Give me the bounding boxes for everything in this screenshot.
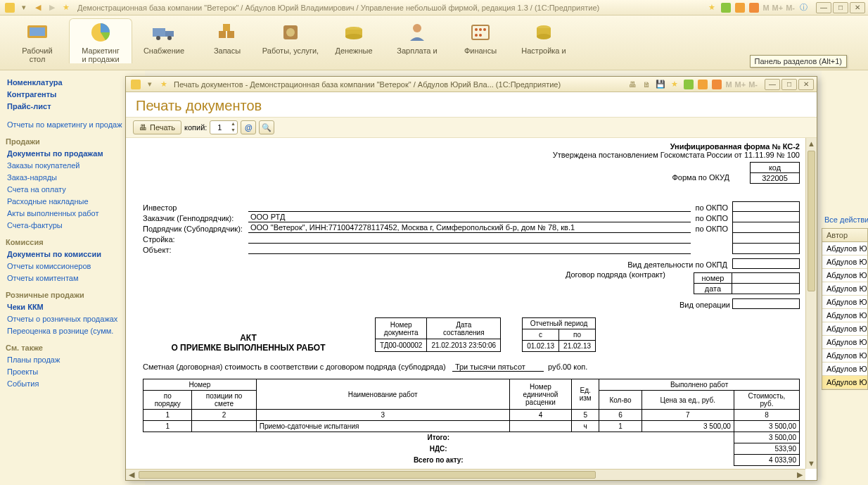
app-icon (4, 2, 15, 13)
section-salary[interactable]: Зарплата и (385, 18, 449, 55)
m-minus-icon[interactable]: M- (786, 4, 795, 12)
nav-sales-docs[interactable]: Документы по продажам (4, 148, 141, 159)
m-plus-icon[interactable]: M+ (735, 80, 746, 89)
info-icon[interactable]: ⓘ (798, 2, 809, 13)
nav-projects[interactable]: Проекты (4, 366, 141, 377)
m-icon[interactable]: M (725, 80, 732, 89)
child-minimize-button[interactable]: — (765, 79, 780, 90)
m-minus-icon[interactable]: M- (748, 80, 758, 89)
section-supply[interactable]: Снабжение (132, 18, 196, 55)
copies-input[interactable] (210, 122, 229, 132)
scroll-down-icon[interactable]: ▼ (806, 458, 817, 469)
nav-outgoing[interactable]: Расходные накладные (4, 196, 141, 207)
nav-kkm[interactable]: Чеки ККМ (4, 301, 141, 313)
section-label: Финансы (449, 46, 512, 55)
history-icon[interactable] (720, 2, 732, 13)
m-icon[interactable]: M (762, 4, 769, 12)
nav-acts[interactable]: Акты выполненных работ (4, 208, 141, 219)
email-button[interactable]: @ (241, 120, 256, 134)
all-actions-link[interactable]: Все действия (822, 211, 868, 228)
nav-nomenclature[interactable]: Номенклатура (4, 77, 141, 88)
copies-spinner[interactable]: ▲▼ (210, 120, 238, 134)
preview-icon[interactable]: 🗎 (641, 79, 652, 90)
investor-value (248, 202, 691, 212)
main-title: Демонстрационная база компании "Ветерок"… (77, 4, 599, 12)
search-button[interactable]: 🔍 (259, 120, 274, 134)
list-item[interactable]: Абдулов Юр (822, 242, 867, 256)
history-icon[interactable] (683, 79, 694, 90)
document-preview[interactable]: Унифицированная форма № КС-2 Утверждена … (126, 138, 817, 480)
calendar-icon[interactable] (748, 2, 760, 13)
list-item[interactable]: Абдулов Юр (822, 269, 867, 282)
dropdown-icon[interactable]: ▾ (144, 79, 155, 90)
nav-invoices[interactable]: Счета на оплату (4, 184, 141, 195)
section-money[interactable]: Денежные (322, 18, 385, 55)
scroll-thumb[interactable] (808, 151, 815, 291)
calc-icon[interactable] (734, 2, 746, 13)
nav-pricelist[interactable]: Прайс-лист (4, 101, 141, 112)
scroll-right-icon[interactable]: ▶ (794, 470, 805, 480)
svg-rect-9 (223, 24, 230, 31)
calendar-icon[interactable] (711, 79, 722, 90)
nav-sales-plans[interactable]: Планы продаж (4, 354, 141, 365)
nav-commissioner-reports[interactable]: Отчеты комиссионеров (4, 260, 141, 272)
close-button[interactable]: ✕ (850, 2, 865, 13)
section-stock[interactable]: Запасы (196, 18, 259, 55)
list-item[interactable]: Абдулов Юр (822, 376, 867, 389)
nav-work-orders[interactable]: Заказ-наряды (4, 172, 141, 183)
author-header[interactable]: Автор (822, 229, 867, 242)
nav-retail-reports[interactable]: Отчеты о розничных продажах (4, 313, 141, 325)
nav-reprice[interactable]: Переоценка в рознице (сумм. (4, 325, 141, 336)
minimize-button[interactable]: — (816, 2, 831, 13)
star-icon[interactable]: ★ (706, 2, 717, 13)
list-item[interactable]: Абдулов Юр (822, 349, 867, 363)
spin-down-icon[interactable]: ▼ (229, 127, 237, 134)
child-maximize-button[interactable]: □ (781, 79, 797, 90)
favorite-icon[interactable]: ★ (60, 2, 72, 13)
list-item[interactable]: Абдулов Юр (822, 296, 867, 309)
list-item[interactable]: Абдулов Юр (822, 309, 867, 322)
list-item[interactable]: Абдулов Юр (822, 363, 867, 376)
star-icon[interactable]: ★ (669, 79, 680, 90)
nav-committent-reports[interactable]: Отчеты комитентам (4, 272, 141, 284)
svg-point-15 (413, 24, 421, 32)
m-plus-icon[interactable]: M+ (772, 4, 784, 12)
section-marketing[interactable]: Маркетинг и продажи (69, 18, 132, 63)
section-settings[interactable]: Настройка и (512, 18, 575, 55)
nav-fwd-icon[interactable]: ▶ (46, 2, 58, 13)
list-item[interactable]: Абдулов Юр (822, 336, 867, 349)
section-desktop[interactable]: Рабочий стол (6, 18, 69, 63)
print-icon[interactable]: 🖶 (627, 79, 638, 90)
db-icon (530, 20, 558, 45)
list-item[interactable]: Абдулов Юр (822, 282, 867, 296)
scroll-left-icon[interactable]: ◀ (126, 470, 137, 480)
nav-buyer-orders[interactable]: Заказы покупателей (4, 160, 141, 171)
scroll-up-icon[interactable]: ▲ (806, 138, 817, 149)
dropdown-icon[interactable]: ▾ (18, 2, 30, 13)
vertical-scrollbar[interactable]: ▲ ▼ (805, 138, 817, 469)
pie-icon (87, 20, 115, 45)
nav-back-icon[interactable]: ◀ (32, 2, 44, 13)
favorite-icon[interactable]: ★ (158, 79, 170, 90)
code-box (732, 233, 800, 244)
svg-rect-3 (153, 28, 165, 37)
scroll-thumb[interactable] (139, 471, 596, 479)
nav-commission-docs[interactable]: Документы по комиссии (4, 248, 141, 260)
calc-icon[interactable] (697, 79, 708, 90)
horizontal-scrollbar[interactable]: ◀ ▶ (126, 469, 805, 480)
nav-marketing-reports[interactable]: Отчеты по маркетингу и продаж (4, 119, 141, 130)
print-button[interactable]: 🖶 Печать (133, 120, 181, 134)
save-icon[interactable]: 💾 (655, 79, 666, 90)
child-close-button[interactable]: ✕ (798, 79, 814, 90)
section-works[interactable]: Работы, услуги, (259, 18, 322, 55)
nav-contractors[interactable]: Контрагенты (4, 89, 141, 100)
spin-up-icon[interactable]: ▲ (229, 121, 237, 127)
nav-events[interactable]: События (4, 378, 141, 389)
section-finance[interactable]: Финансы (449, 18, 512, 55)
svg-rect-16 (472, 25, 489, 39)
list-item[interactable]: Абдулов Юр (822, 322, 867, 336)
list-item[interactable]: Абдулов Юр (822, 256, 867, 269)
investor-label: Инвестор (143, 203, 248, 212)
nav-invoice-factura[interactable]: Счета-фактуры (4, 220, 141, 231)
maximize-button[interactable]: □ (833, 2, 848, 13)
